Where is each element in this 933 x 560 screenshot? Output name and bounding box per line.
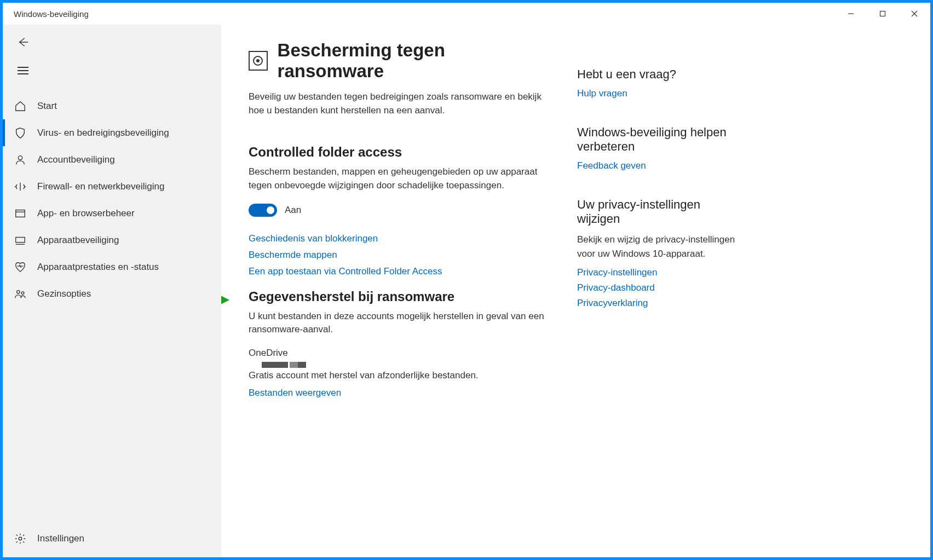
window-controls bbox=[835, 3, 930, 25]
svg-point-9 bbox=[17, 290, 20, 293]
sidebar-item-label: Instellingen bbox=[37, 533, 84, 544]
ransomware-icon bbox=[249, 51, 268, 71]
link-show-files[interactable]: Bestanden weergeven bbox=[249, 388, 544, 399]
minimize-button[interactable] bbox=[835, 3, 867, 25]
app-icon bbox=[14, 207, 26, 220]
gear-icon bbox=[14, 533, 26, 545]
sidebar-item-label: Apparaatprestaties en -status bbox=[37, 262, 159, 273]
close-button[interactable] bbox=[899, 3, 930, 25]
link-feedback[interactable]: Feedback geven bbox=[577, 160, 736, 171]
titlebar: Windows-beveiliging bbox=[3, 3, 930, 25]
back-button[interactable] bbox=[12, 31, 34, 53]
cfa-toggle-label: Aan bbox=[285, 205, 301, 216]
sidebar-item-family[interactable]: Gezinsopties bbox=[3, 280, 221, 307]
svg-point-11 bbox=[19, 537, 22, 540]
annotation-arrow bbox=[221, 284, 229, 316]
link-block-history[interactable]: Geschiedenis van blokkeringen bbox=[249, 233, 544, 244]
shield-icon bbox=[14, 127, 26, 139]
privacy-desc: Bekijk en wijzig de privacy-instellingen… bbox=[577, 233, 736, 261]
network-icon bbox=[14, 181, 26, 193]
sidebar-item-start[interactable]: Start bbox=[3, 93, 221, 119]
link-allow-app[interactable]: Een app toestaan via Controlled Folder A… bbox=[249, 266, 544, 277]
family-icon bbox=[14, 288, 26, 300]
maximize-button[interactable] bbox=[867, 3, 899, 25]
sidebar: Start Virus- en bedreigingsbeveiliging A… bbox=[3, 25, 221, 557]
cfa-desc: Bescherm bestanden, mappen en geheugenge… bbox=[249, 165, 544, 192]
sidebar-item-health[interactable]: Apparaatprestaties en -status bbox=[3, 253, 221, 280]
window-title: Windows-beveiliging bbox=[14, 9, 89, 19]
page-title: Bescherming tegen ransomware bbox=[278, 40, 544, 82]
improve-title: Windows-beveiliging helpen verbeteren bbox=[577, 125, 736, 154]
home-icon bbox=[14, 100, 26, 112]
cfa-toggle[interactable] bbox=[249, 204, 277, 217]
link-protected-folders[interactable]: Beschermde mappen bbox=[249, 250, 544, 261]
recovery-heading: Gegevensherstel bij ransomware bbox=[249, 289, 544, 304]
sidebar-item-label: Apparaatbeveiliging bbox=[37, 235, 119, 246]
svg-point-4 bbox=[18, 155, 22, 159]
sidebar-item-appbrowser[interactable]: App- en browserbeheer bbox=[3, 200, 221, 227]
recovery-desc: U kunt bestanden in deze accounts mogeli… bbox=[249, 310, 544, 337]
privacy-title: Uw privacy-instellingen wijzigen bbox=[577, 198, 736, 226]
heart-icon bbox=[14, 261, 26, 273]
link-get-help[interactable]: Hulp vragen bbox=[577, 88, 736, 99]
svg-rect-1 bbox=[880, 11, 885, 16]
sidebar-item-label: Gezinsopties bbox=[37, 288, 91, 299]
sidebar-item-label: Accountbeveiliging bbox=[37, 154, 115, 165]
account-name: OneDrive bbox=[249, 348, 544, 359]
account-redacted-bar bbox=[262, 362, 544, 368]
person-icon bbox=[14, 154, 26, 166]
cfa-heading: Controlled folder access bbox=[249, 145, 544, 160]
account-desc: Gratis account met herstel van afzonderl… bbox=[249, 370, 544, 381]
hamburger-icon bbox=[18, 67, 28, 74]
device-icon bbox=[14, 234, 26, 246]
content-area: Bescherming tegen ransomware Beveilig uw… bbox=[221, 25, 930, 557]
svg-rect-7 bbox=[16, 237, 25, 242]
help-title: Hebt u een vraag? bbox=[577, 67, 736, 82]
svg-rect-5 bbox=[16, 210, 25, 217]
sidebar-item-label: Firewall- en netwerkbeveiliging bbox=[37, 181, 164, 192]
sidebar-item-label: Virus- en bedreigingsbeveiliging bbox=[37, 128, 169, 138]
sidebar-item-label: Start bbox=[37, 101, 57, 112]
sidebar-item-label: App- en browserbeheer bbox=[37, 208, 135, 219]
sidebar-item-settings[interactable]: Instellingen bbox=[3, 525, 221, 552]
sidebar-item-account[interactable]: Accountbeveiliging bbox=[3, 146, 221, 173]
sidebar-item-virus[interactable]: Virus- en bedreigingsbeveiliging bbox=[3, 119, 221, 146]
svg-point-10 bbox=[21, 291, 24, 294]
link-privacy-statement[interactable]: Privacyverklaring bbox=[577, 298, 736, 309]
sidebar-item-device[interactable]: Apparaatbeveiliging bbox=[3, 227, 221, 253]
link-privacy-dashboard[interactable]: Privacy-dashboard bbox=[577, 282, 736, 293]
sidebar-item-firewall[interactable]: Firewall- en netwerkbeveiliging bbox=[3, 173, 221, 200]
link-privacy-settings[interactable]: Privacy-instellingen bbox=[577, 267, 736, 278]
page-intro: Beveilig uw bestanden tegen bedreigingen… bbox=[249, 90, 544, 117]
menu-button[interactable] bbox=[12, 60, 34, 82]
